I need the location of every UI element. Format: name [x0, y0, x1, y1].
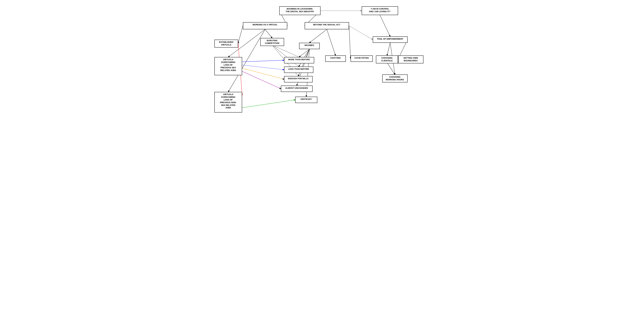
node-virtual: WORKING AS A VIRTUAL: [243, 22, 287, 29]
node-choosinghours: CHOOSING WORKING HOURS: [382, 75, 408, 82]
svg-line-5: [238, 26, 243, 43]
node-bursting: BURSTING COMPETITION: [260, 38, 284, 46]
node-chatting: CHATTING: [325, 56, 346, 62]
svg-line-19: [387, 63, 395, 75]
svg-line-29: [349, 26, 373, 40]
node-toolempowerment: TOOL OF EMPOWERMENT: [373, 37, 408, 43]
svg-line-23: [242, 100, 295, 108]
node-morethan: MORE THAN BEFORE: [284, 57, 314, 63]
svg-line-10: [349, 26, 350, 59]
svg-line-24: [242, 68, 284, 79]
diagram-container: BOOMING IN LOCKDOWN: THE DIGITAL SEX IND…: [211, 3, 433, 133]
node-root: BOOMING IN LOCKDOWN: THE DIGITAL SEX IND…: [279, 6, 320, 15]
svg-line-4: [265, 29, 272, 38]
node-unchanged: ALMOST UNCHANGED: [281, 86, 312, 92]
svg-line-9: [327, 29, 336, 56]
svg-line-8: [310, 29, 327, 43]
svg-line-14: [299, 49, 310, 57]
node-control: "I AM IN CONTROL AND I AM LOVING IT!": [362, 6, 398, 15]
svg-line-11: [387, 43, 390, 56]
node-established: ESTABLISHED VIRTUALS: [214, 40, 238, 48]
node-choosingclientele: CHOOSING CLIENTELE: [376, 56, 398, 63]
svg-line-22: [242, 65, 284, 70]
node-covidfetish: COVID FETISH: [350, 56, 373, 62]
node-settingboundaries: SETTING OWN BOUNDARIES: [398, 56, 424, 63]
node-overcoming1: VIRTUALS OVERCOMING LOSS OF PREVIOUS SEX…: [214, 57, 242, 75]
node-incomes: INCOMES: [299, 43, 320, 49]
node-unsteady: UNSTEADY: [295, 97, 317, 103]
svg-line-21: [242, 60, 284, 62]
node-lessthan: LESS THAN BEFORE: [284, 67, 313, 73]
svg-line-3: [380, 15, 390, 37]
svg-line-26: [272, 45, 299, 57]
node-overcoming2: VIRTUALS OVERCOMING LOSS OF PREVIOUS NON…: [214, 92, 242, 113]
svg-line-25: [242, 71, 281, 89]
node-beyond: BEYOND THE SEXUAL ACT: [305, 22, 349, 29]
node-enough: ENOUGH FOR BILLS: [284, 76, 312, 82]
